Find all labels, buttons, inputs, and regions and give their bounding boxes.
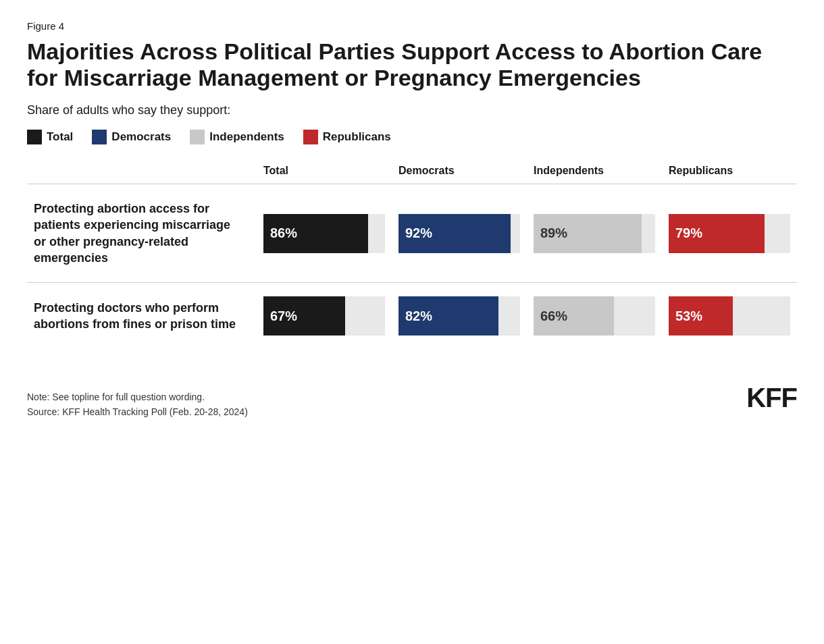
bar-fill-democrats-2: 82% — [398, 296, 498, 336]
bar-cell-independents-2: 66% — [527, 283, 662, 349]
note-line1: Note: See topline for full question word… — [27, 390, 248, 404]
bar-cell-republicans-2: 53% — [662, 283, 797, 349]
header-total: Total — [257, 165, 392, 184]
figure-label: Figure 4 — [27, 20, 797, 32]
bar-fill-independents-2: 66% — [534, 296, 614, 336]
legend-swatch-independents — [190, 130, 205, 144]
chart-subtitle: Share of adults who say they support: — [27, 103, 797, 117]
table-row-2: Protecting doctors who perform abortions… — [27, 283, 797, 349]
bar-value-democrats-1: 92% — [405, 225, 432, 241]
bar-cell-independents-1: 89% — [527, 184, 662, 283]
bar-fill-total-2: 67% — [263, 296, 345, 336]
header-label-col — [27, 165, 257, 184]
bar-fill-democrats-1: 92% — [398, 214, 511, 253]
row-label-2: Protecting doctors who perform abortions… — [27, 283, 257, 349]
table-header-row: Total Democrats Independents Republicans — [27, 165, 797, 184]
bar-bg-democrats-1 — [511, 214, 520, 253]
legend-label-total: Total — [47, 130, 73, 144]
legend-swatch-republicans — [303, 130, 318, 144]
bar-value-total-1: 86% — [270, 225, 297, 241]
bar-fill-republicans-2: 53% — [669, 296, 733, 336]
legend-item-republicans: Republicans — [303, 130, 391, 144]
note-line2: Source: KFF Health Tracking Poll (Feb. 2… — [27, 404, 248, 419]
kff-logo: KFF — [746, 376, 797, 419]
bar-bg-independents-2 — [614, 296, 655, 336]
notes-section: Note: See topline for full question word… — [27, 376, 797, 419]
bar-bg-independents-1 — [642, 214, 655, 253]
bar-bg-republicans-1 — [765, 214, 790, 253]
bar-fill-republicans-1: 79% — [669, 214, 765, 253]
bar-cell-total-1: 86% — [257, 184, 392, 283]
bar-cell-total-2: 67% — [257, 283, 392, 349]
row-label-1: Protecting abortion access for patients … — [27, 184, 257, 283]
table-row-1: Protecting abortion access for patients … — [27, 184, 797, 283]
legend-item-democrats: Democrats — [92, 130, 171, 144]
legend-label-democrats: Democrats — [111, 130, 171, 144]
data-table: Total Democrats Independents Republicans… — [27, 165, 797, 349]
legend-item-total: Total — [27, 130, 73, 144]
bar-bg-republicans-2 — [733, 296, 790, 336]
bar-cell-republicans-1: 79% — [662, 184, 797, 283]
header-independents: Independents — [527, 165, 662, 184]
bar-value-independents-1: 89% — [540, 225, 567, 241]
bar-cell-democrats-1: 92% — [392, 184, 527, 283]
bar-cell-democrats-2: 82% — [392, 283, 527, 349]
chart-title: Majorities Across Political Parties Supp… — [27, 38, 770, 91]
bar-value-independents-2: 66% — [540, 308, 567, 324]
bar-bg-total-2 — [345, 296, 385, 336]
legend: TotalDemocratsIndependentsRepublicans — [27, 130, 797, 144]
header-democrats: Democrats — [392, 165, 527, 184]
bar-value-republicans-2: 53% — [675, 308, 702, 324]
legend-label-republicans: Republicans — [323, 130, 391, 144]
legend-swatch-democrats — [92, 130, 107, 144]
bar-value-democrats-2: 82% — [405, 308, 432, 324]
legend-item-independents: Independents — [190, 130, 284, 144]
legend-label-independents: Independents — [209, 130, 284, 144]
bar-fill-independents-1: 89% — [534, 214, 642, 253]
bar-value-total-2: 67% — [270, 308, 297, 324]
bar-bg-total-1 — [368, 214, 385, 253]
bar-fill-total-1: 86% — [263, 214, 368, 253]
bar-bg-democrats-2 — [498, 296, 520, 336]
header-republicans: Republicans — [662, 165, 797, 184]
legend-swatch-total — [27, 130, 42, 144]
bar-value-republicans-1: 79% — [675, 225, 702, 241]
